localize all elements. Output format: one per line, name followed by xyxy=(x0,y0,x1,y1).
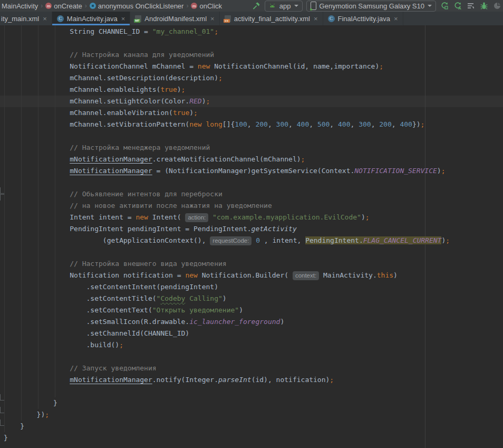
svg-text:A: A xyxy=(458,6,461,11)
code-line[interactable]: mChannel.enableVibration(true); xyxy=(4,107,503,119)
code-line[interactable]: } xyxy=(4,421,503,432)
close-icon[interactable]: × xyxy=(121,15,125,23)
code-lines: String CHANNEL_ID = "my_channel_01"; // … xyxy=(0,25,503,448)
code-editor[interactable]: String CHANNEL_ID = "my_channel_01"; // … xyxy=(0,25,503,448)
android-icon xyxy=(269,2,276,9)
code-line[interactable]: mNotificationManager.notify(Integer.pars… xyxy=(4,374,503,386)
breadcrumb-separator: › xyxy=(41,2,43,9)
chevron-down-icon xyxy=(294,5,298,7)
code-line[interactable] xyxy=(4,177,503,188)
device-label: Genymotion Samsung Galaxy S10 xyxy=(320,2,424,10)
hammer-icon[interactable] xyxy=(252,1,261,11)
tab-label: FinalActtivity.java xyxy=(338,15,390,23)
chevron-down-icon xyxy=(428,5,432,7)
breadcrumb-item-oncreate[interactable]: m onCreate xyxy=(45,2,82,10)
run-configuration-select[interactable]: app xyxy=(265,1,303,12)
tab-activity-final-acttivity-xml[interactable]: cs activity_final_acttivity.xml × xyxy=(220,12,323,25)
breadcrumb-item-onclick[interactable]: m onClick xyxy=(190,2,223,10)
profile-icon[interactable] xyxy=(492,1,502,11)
code-line[interactable]: mNotificationManager.createNotificationC… xyxy=(4,154,503,165)
java-class-icon: C xyxy=(328,15,335,22)
code-line[interactable]: }); xyxy=(4,409,503,421)
close-icon[interactable]: × xyxy=(43,15,47,23)
breadcrumb: MainActivity › m onCreate › anonymous On… xyxy=(1,2,223,10)
breadcrumb-separator: › xyxy=(85,2,87,9)
code-line[interactable]: .setSmallIcon(R.drawable.ic_launcher_for… xyxy=(4,316,503,328)
method-icon: m xyxy=(45,3,52,9)
close-icon[interactable]: × xyxy=(314,15,318,23)
code-line[interactable]: mChannel.setLightColor(Color.RED); xyxy=(4,96,503,107)
tab-activity-main-xml[interactable]: ity_main.xml × xyxy=(0,12,52,25)
code-line[interactable]: mChannel.setDescription(description); xyxy=(4,72,503,84)
code-line[interactable] xyxy=(4,246,503,258)
code-line[interactable]: // Настройка менеджера уведомлений xyxy=(4,142,503,154)
phone-icon xyxy=(311,2,316,10)
code-line[interactable] xyxy=(4,386,503,397)
run-configuration-label: app xyxy=(279,2,291,10)
code-line[interactable]: .setContentTitle("Codeby Calling") xyxy=(4,293,503,304)
tab-androidmanifest-xml[interactable]: MF AndroidManifest.xml × xyxy=(130,12,219,25)
code-line[interactable]: .setChannelId(CHANNEL_ID) xyxy=(4,328,503,339)
code-line[interactable] xyxy=(4,351,503,363)
code-line[interactable]: // на новое активити после нажатия на ув… xyxy=(4,200,503,212)
breadcrumb-item-class[interactable]: MainActivity xyxy=(1,2,38,10)
editor-tab-bar: ity_main.xml × C MainActivity.java × MF … xyxy=(0,12,503,25)
code-line[interactable]: PendingIntent pendingIntent = PendingInt… xyxy=(4,223,503,235)
code-line[interactable]: .setContentText("Открыть уведомление") xyxy=(4,304,503,316)
code-line[interactable]: Notification notification = new Notifica… xyxy=(4,270,503,281)
breadcrumb-label: onClick xyxy=(199,2,222,10)
debug-icon[interactable] xyxy=(479,1,489,11)
code-line[interactable]: } xyxy=(4,397,503,409)
manifest-file-icon: MF xyxy=(135,15,141,22)
code-line[interactable]: mChannel.setVibrationPattern(new long[]{… xyxy=(4,119,503,130)
code-line[interactable]: (getApplicationContext(), requestCode: 0… xyxy=(4,235,503,246)
code-line[interactable] xyxy=(4,130,503,142)
code-line[interactable]: Intent intent = new Intent( action: "com… xyxy=(4,212,503,223)
apply-changes-icon[interactable] xyxy=(440,1,449,11)
code-line[interactable]: mNotificationManager = (NotificationMana… xyxy=(4,165,503,177)
method-icon: m xyxy=(191,3,197,9)
code-line[interactable]: mChannel.enableLights(true); xyxy=(4,84,503,96)
tab-label: MainActivity.java xyxy=(67,15,118,23)
breadcrumb-label: MainActivity xyxy=(2,2,38,10)
code-line[interactable]: String CHANNEL_ID = "my_channel_01"; xyxy=(4,26,503,37)
breadcrumb-separator: › xyxy=(186,2,188,9)
java-class-icon: C xyxy=(57,15,64,22)
breadcrumb-item-anonymous-class[interactable]: anonymous OnClickListener xyxy=(89,2,185,10)
tab-label: activity_final_acttivity.xml xyxy=(234,15,310,23)
tab-finalacttivity-java[interactable]: C FinalActtivity.java × xyxy=(323,12,403,25)
code-line[interactable]: .setContentIntent(pendingIntent) xyxy=(4,281,503,293)
layout-file-icon: cs xyxy=(225,15,231,22)
close-icon[interactable]: × xyxy=(210,15,215,23)
code-line[interactable]: } xyxy=(4,432,503,444)
breadcrumb-label: onCreate xyxy=(54,2,82,10)
code-line[interactable]: // Обьявление интентов для переброски xyxy=(4,188,503,200)
code-line[interactable] xyxy=(4,37,503,49)
close-icon[interactable]: × xyxy=(394,15,398,23)
apply-code-changes-icon[interactable]: A xyxy=(453,1,462,11)
code-line[interactable]: NotificationChannel mChannel = new Notif… xyxy=(4,61,503,72)
code-line[interactable]: .build(); xyxy=(4,339,503,351)
attach-debugger-icon[interactable] xyxy=(466,1,476,11)
tab-label: AndroidManifest.xml xyxy=(144,15,207,23)
main-toolbar: MainActivity › m onCreate › anonymous On… xyxy=(0,0,503,12)
run-toolbar: app Genymotion Samsung Galaxy S10 A xyxy=(252,1,502,12)
code-line[interactable]: // Запуск уведомления xyxy=(4,363,503,374)
tab-label: ity_main.xml xyxy=(1,15,39,23)
anonymous-class-icon xyxy=(90,3,96,9)
tab-mainactivity-java[interactable]: C MainActivity.java × xyxy=(52,12,130,25)
code-line[interactable]: // Настройка внешнего вида уведомления xyxy=(4,258,503,270)
breadcrumb-label: anonymous OnClickListener xyxy=(98,2,184,10)
device-select[interactable]: Genymotion Samsung Galaxy S10 xyxy=(306,1,436,12)
code-line[interactable]: // Настройка канала для уведомлений xyxy=(4,49,503,61)
